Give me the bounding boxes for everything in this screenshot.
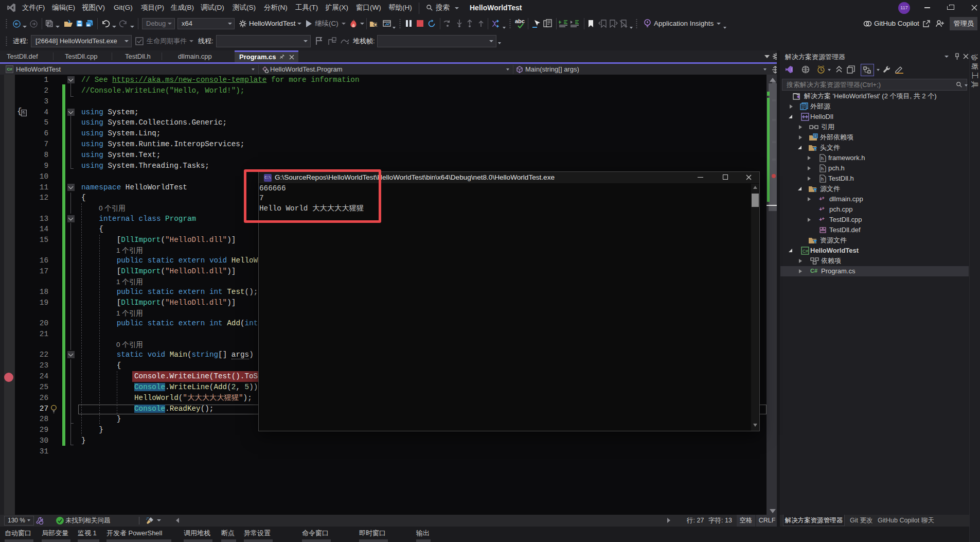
svg-text:h: h [821, 177, 824, 182]
svg-text:h: h [821, 156, 824, 161]
svg-text:C#: C# [803, 249, 808, 254]
svg-text:h: h [821, 166, 824, 171]
